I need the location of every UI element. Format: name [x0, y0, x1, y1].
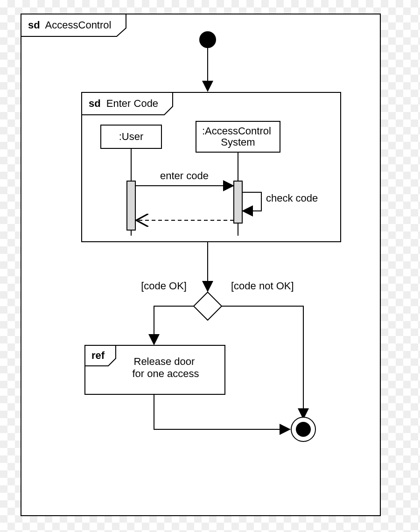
final-node-icon [291, 417, 315, 441]
interaction-overview-diagram: sd AccessControl sd Enter Code :User :Ac… [0, 0, 420, 532]
inner-frame-tag: sd [89, 98, 101, 109]
ref-line-1: Release door [134, 356, 195, 367]
lifeline-user-label: :User [119, 131, 144, 142]
activation-user [127, 181, 135, 230]
outer-frame-tag: sd [28, 19, 40, 31]
guard-code-ok: [code OK] [141, 280, 187, 292]
guard-code-not-ok: [code not OK] [231, 280, 294, 292]
svg-point-11 [296, 422, 311, 437]
svg-text:Release door
  for one access: Release door for one access [132, 356, 199, 379]
svg-rect-0 [21, 14, 380, 516]
initial-node-icon [199, 31, 216, 48]
inner-frame-title: Enter Code [106, 98, 158, 109]
lifeline-system-label-1: :AccessControl [202, 125, 271, 137]
message-check-code-label: check code [266, 192, 318, 204]
svg-text:sd
  AccessControl: sd AccessControl [28, 19, 111, 31]
outer-frame-title: AccessControl [45, 19, 112, 31]
svg-text:sd
  Enter Code: sd Enter Code [89, 98, 158, 109]
message-enter-code-label: enter code [160, 170, 209, 182]
ref-tag: ref [91, 350, 105, 361]
ref-line-2: for one access [132, 368, 199, 379]
activation-system [234, 181, 242, 223]
lifeline-system-label-2: System [221, 136, 255, 148]
